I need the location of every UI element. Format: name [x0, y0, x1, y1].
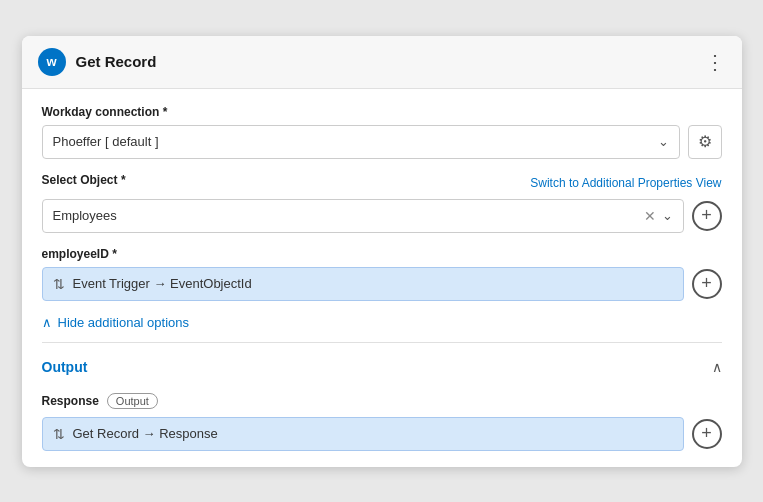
- hide-options-chevron-icon: ∧: [42, 315, 52, 330]
- select-object-value: Employees: [53, 208, 644, 223]
- panel-header: w Get Record ⋮: [22, 36, 742, 89]
- plus-icon: +: [701, 423, 712, 444]
- plus-icon: +: [701, 205, 712, 226]
- response-label: Response: [42, 394, 99, 408]
- employee-id-value: Event Trigger → EventObjectId: [73, 276, 673, 291]
- workday-logo: w: [38, 48, 66, 76]
- add-select-object-button[interactable]: +: [692, 201, 722, 231]
- logo-text: w: [46, 54, 56, 69]
- chevron-down-icon: ⌄: [662, 208, 673, 223]
- output-chevron-icon: ∧: [712, 359, 722, 375]
- select-object-select[interactable]: Employees ✕ ⌄: [42, 199, 684, 233]
- panel-body: Workday connection * Phoeffer [ default …: [22, 89, 742, 467]
- output-badge: Output: [107, 393, 158, 409]
- response-value: Get Record → Response: [73, 426, 673, 441]
- clear-icon[interactable]: ✕: [644, 208, 656, 224]
- add-employee-id-button[interactable]: +: [692, 269, 722, 299]
- output-section-header[interactable]: Output ∧: [42, 355, 722, 379]
- divider: [42, 342, 722, 343]
- gear-icon: ⚙: [698, 132, 712, 151]
- select-object-label: Select Object *: [42, 173, 126, 187]
- chevron-down-icon: ⌄: [658, 134, 669, 149]
- workday-connection-label: Workday connection *: [42, 105, 722, 119]
- select-object-group: Select Object * Switch to Additional Pro…: [42, 173, 722, 233]
- employee-id-group: employeeID * ⇅ Event Trigger → EventObje…: [42, 247, 722, 301]
- employee-id-input[interactable]: ⇅ Event Trigger → EventObjectId: [42, 267, 684, 301]
- output-label: Output: [42, 359, 88, 375]
- hide-additional-options-row[interactable]: ∧ Hide additional options: [42, 315, 722, 330]
- workday-connection-row: Phoeffer [ default ] ⌄ ⚙: [42, 125, 722, 159]
- response-input[interactable]: ⇅ Get Record → Response: [42, 417, 684, 451]
- select-object-row: Employees ✕ ⌄ +: [42, 199, 722, 233]
- sort-icon: ⇅: [53, 426, 65, 442]
- hide-additional-options-label: Hide additional options: [58, 315, 190, 330]
- sort-icon: ⇅: [53, 276, 65, 292]
- get-record-panel: w Get Record ⋮ Workday connection * Phoe…: [22, 36, 742, 467]
- workday-connection-value: Phoeffer [ default ]: [53, 134, 658, 149]
- add-response-button[interactable]: +: [692, 419, 722, 449]
- more-options-icon[interactable]: ⋮: [705, 50, 726, 74]
- workday-connection-select[interactable]: Phoeffer [ default ] ⌄: [42, 125, 680, 159]
- response-header: Response Output: [42, 393, 722, 409]
- workday-connection-group: Workday connection * Phoeffer [ default …: [42, 105, 722, 159]
- select-object-header: Select Object * Switch to Additional Pro…: [42, 173, 722, 193]
- gear-button[interactable]: ⚙: [688, 125, 722, 159]
- response-row: ⇅ Get Record → Response +: [42, 417, 722, 451]
- employee-id-label: employeeID *: [42, 247, 722, 261]
- employee-id-field-row: ⇅ Event Trigger → EventObjectId +: [42, 267, 722, 301]
- panel-header-left: w Get Record: [38, 48, 157, 76]
- switch-to-additional-view-link[interactable]: Switch to Additional Properties View: [530, 176, 721, 190]
- plus-icon: +: [701, 273, 712, 294]
- panel-title: Get Record: [76, 53, 157, 70]
